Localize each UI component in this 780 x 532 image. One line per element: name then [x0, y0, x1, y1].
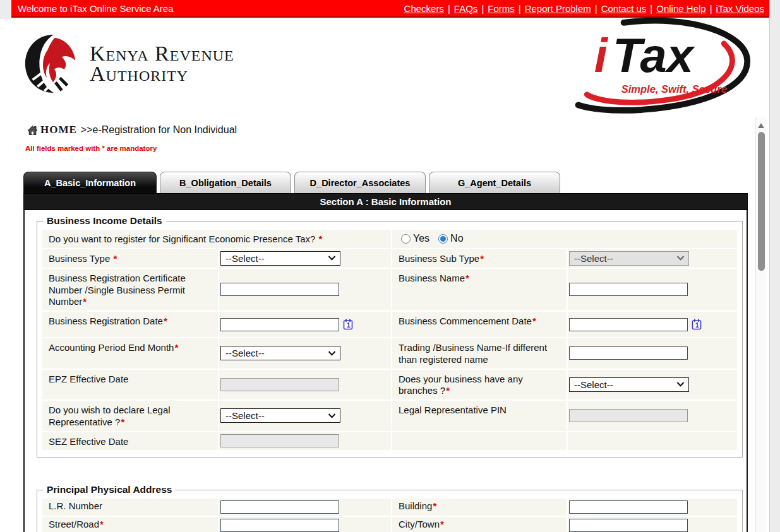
link-separator: |	[481, 3, 484, 14]
chevron-down-icon	[328, 413, 336, 418]
legal-representative-pin-input	[569, 409, 688, 422]
epz-effective-date-label: EPZ Effective Date	[42, 370, 218, 400]
empty-cell	[568, 432, 737, 451]
calendar-icon[interactable]: 1	[343, 319, 353, 330]
tab-panel-basic-information: Business Income Details Do you want to r…	[23, 210, 748, 532]
street-road-row: Street/Road* City/Town*	[42, 517, 737, 532]
trading-name-label: Trading /Business Name-If different than…	[392, 338, 567, 369]
itax-logo: i Tax Simple, Swift, Secure	[567, 18, 752, 116]
legal-representative-pin-label: Legal Representative PIN	[392, 401, 567, 431]
link-separator: |	[650, 3, 652, 14]
kra-wordmark-line2: Authority	[90, 64, 234, 84]
registration-date-row: Business Registration Date* 1 Business C…	[42, 312, 737, 337]
breadcrumb-path: >>e-Registration for Non Individual	[81, 124, 237, 136]
breadcrumb-home-link[interactable]: HOME	[40, 124, 77, 136]
calendar-icon[interactable]: 1	[692, 319, 702, 330]
link-itax-videos[interactable]: iTax Videos	[716, 3, 764, 14]
mandatory-fields-notice: All fields marked with * are mandatory	[25, 145, 157, 152]
accounting-period-row: Accounting Period End Month* --Select-- …	[42, 338, 737, 369]
registration-number-row: Business Registration Certificate Number…	[42, 269, 737, 310]
svg-text:1: 1	[347, 322, 351, 329]
business-income-details-legend: Business Income Details	[44, 215, 165, 227]
link-faqs[interactable]: FAQs	[454, 3, 478, 14]
link-separator: |	[448, 3, 450, 14]
tab-bar: A_Basic_Information B_Obligation_Details…	[23, 172, 748, 193]
tab-agent-details[interactable]: G_Agent_Details	[429, 172, 560, 193]
link-contact-us[interactable]: Contact us	[601, 3, 647, 14]
city-town-input[interactable]	[569, 519, 688, 532]
link-separator: |	[710, 3, 712, 14]
branches-label: Does your business have any branches ?*	[392, 370, 567, 400]
tab-obligation-details[interactable]: B_Obligation_Details	[160, 172, 291, 193]
business-sub-type-select: --Select--	[569, 251, 689, 266]
sep-tax-label: Do you want to register for Significant …	[42, 230, 391, 248]
itax-tagline: Simple, Swift, Secure	[621, 83, 727, 95]
principal-physical-address-legend: Principal Physical Address	[44, 484, 175, 495]
business-registration-date-label: Business Registration Date*	[42, 312, 218, 337]
itax-wordmark-tax: Tax	[613, 28, 695, 82]
business-type-select[interactable]: --Select--	[220, 251, 340, 266]
business-commencement-date-label: Business Commencement Date*	[392, 312, 567, 337]
tab-director-associates[interactable]: D_Director_Associates	[294, 172, 426, 193]
sep-tax-no-radio[interactable]	[438, 234, 448, 244]
empty-cell	[392, 432, 567, 451]
page-scrollbar[interactable]	[755, 117, 766, 532]
kra-lion-icon	[21, 33, 83, 95]
sep-tax-no-option[interactable]: No	[438, 233, 463, 244]
street-road-label: Street/Road*	[42, 517, 218, 532]
chevron-down-icon	[328, 351, 336, 356]
chevron-down-icon	[676, 256, 685, 261]
business-reg-cert-number-input[interactable]	[220, 283, 339, 296]
sez-row: SEZ Effective Date	[42, 432, 737, 451]
kra-wordmark: Kenya Revenue Authority	[90, 44, 234, 85]
sez-effective-date-input	[220, 434, 339, 447]
link-report-problem[interactable]: Report Problem	[525, 3, 591, 14]
trading-name-input[interactable]	[569, 346, 688, 360]
epz-row: EPZ Effective Date Does your business ha…	[42, 370, 737, 400]
street-road-input[interactable]	[220, 519, 339, 532]
epz-effective-date-input	[220, 378, 339, 391]
business-reg-cert-number-label: Business Registration Certificate Number…	[42, 269, 218, 310]
city-town-label: City/Town*	[392, 517, 567, 532]
business-registration-date-input[interactable]	[220, 318, 339, 331]
top-links: Checkers| FAQs| Forms| Report Problem| C…	[404, 3, 764, 14]
link-separator: |	[595, 3, 597, 14]
page: Welcome to iTax Online Service Area Chec…	[0, 0, 780, 532]
sep-tax-options: Yes No	[392, 230, 737, 248]
welcome-text: Welcome to iTax Online Service Area	[18, 3, 174, 14]
building-label: Building*	[392, 499, 567, 516]
business-income-details-fieldset: Business Income Details Do you want to r…	[37, 215, 743, 458]
home-icon[interactable]	[27, 124, 39, 136]
link-forms[interactable]: Forms	[488, 3, 515, 14]
kra-wordmark-line1: Kenya Revenue	[90, 44, 234, 64]
scrollbar-thumb[interactable]	[758, 132, 765, 271]
sep-tax-yes-radio[interactable]	[401, 234, 411, 244]
building-input[interactable]	[569, 500, 688, 514]
top-left-gutter	[0, 0, 11, 19]
sez-effective-date-label: SEZ Effective Date	[42, 432, 218, 451]
itax-logo-graphic: i Tax Simple, Swift, Secure	[567, 18, 752, 114]
sep-tax-yes-option[interactable]: Yes	[401, 233, 429, 244]
chevron-down-icon	[676, 382, 685, 387]
declare-legal-representative-select[interactable]: --Select--	[220, 408, 340, 423]
itax-wordmark-i: i	[594, 28, 609, 82]
lr-number-row: L.R. Number Building*	[42, 499, 737, 516]
link-online-help[interactable]: Online Help	[656, 3, 705, 14]
declare-legal-representative-label: Do you wish to declare Legal Representat…	[42, 401, 218, 431]
top-bar: Welcome to iTax Online Service Area Chec…	[11, 0, 769, 18]
business-name-input[interactable]	[569, 283, 688, 296]
business-commencement-date-input[interactable]	[569, 318, 688, 331]
link-separator: |	[519, 3, 521, 14]
tab-basic-information[interactable]: A_Basic_Information	[23, 172, 157, 193]
form-area: A_Basic_Information B_Obligation_Details…	[23, 172, 748, 532]
accounting-period-end-month-label: Accounting Period End Month*	[42, 338, 218, 369]
lr-number-input[interactable]	[220, 500, 339, 514]
link-checkers[interactable]: Checkers	[404, 3, 444, 14]
kra-logo: Kenya Revenue Authority	[21, 33, 234, 95]
breadcrumb: HOME >>e-Registration for Non Individual	[27, 124, 237, 136]
branches-select[interactable]: --Select--	[569, 377, 689, 392]
scrollbar-up-arrow-icon[interactable]	[758, 123, 764, 128]
svg-text:1: 1	[695, 322, 699, 329]
right-gutter	[769, 0, 780, 532]
accounting-period-end-month-select[interactable]: --Select--	[220, 346, 340, 360]
